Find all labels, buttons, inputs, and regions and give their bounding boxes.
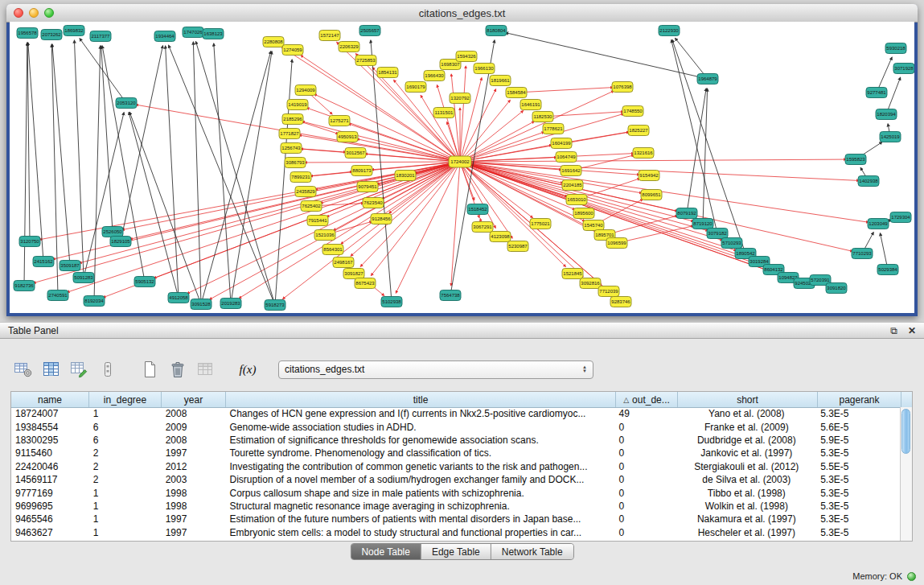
table-row[interactable]: 911546021997Tourette syndrome. Phenomeno… — [11, 447, 900, 459]
graph-edge[interactable] — [67, 162, 460, 292]
graph-node[interactable]: 1521036 — [314, 230, 335, 241]
graph-node[interactable]: 3509187 — [60, 261, 80, 271]
delete-table-icon[interactable] — [167, 360, 188, 379]
table-row[interactable]: 969969511998Structural magnetic resonanc… — [11, 500, 900, 513]
graph-node[interactable]: 2505657 — [359, 26, 380, 36]
graph-node[interactable]: 3012567 — [345, 148, 366, 159]
graph-edge[interactable] — [129, 112, 201, 304]
graph-node[interactable]: 5918273 — [265, 300, 285, 311]
graph-node[interactable]: 1854131 — [377, 68, 398, 78]
tab-node-table[interactable]: Node Table — [351, 544, 421, 559]
edit-columns-icon[interactable] — [69, 360, 90, 379]
graph-node[interactable]: 2740591 — [47, 290, 68, 301]
graph-node[interactable]: 2526050 — [102, 227, 123, 237]
table-row[interactable]: 977716911998Corpus callosum shape and si… — [11, 486, 900, 499]
table-row[interactable]: 946362711997Embryonic stem cells: a mode… — [11, 526, 900, 539]
graph-node[interactable]: 1653010 — [566, 195, 587, 205]
graph-edge[interactable] — [28, 43, 43, 262]
graph-node[interactable]: 1690179 — [405, 82, 426, 93]
graph-edge[interactable] — [195, 41, 275, 305]
graph-node[interactable]: 1321616 — [633, 148, 654, 159]
table-row[interactable]: 946554611997Estimation of the future num… — [11, 513, 900, 525]
create-table-icon[interactable] — [139, 360, 160, 379]
graph-edge[interactable] — [671, 40, 717, 233]
graph-edge[interactable] — [460, 159, 846, 162]
graph-node[interactable]: 1256743 — [281, 143, 302, 154]
graph-node[interactable]: 1096599 — [606, 238, 627, 249]
function-builder-icon[interactable]: f(x) — [237, 360, 258, 379]
graph-edge[interactable] — [460, 162, 869, 222]
graph-edge[interactable] — [52, 44, 70, 266]
network-canvas[interactable]: 1724002195657820732621869832211737719344… — [10, 22, 914, 313]
citation-network-graph[interactable]: 1724002195657820732621869832211737719344… — [10, 22, 914, 313]
graph-edge[interactable] — [460, 111, 524, 162]
table-row[interactable]: 1830029562008Estimation of significance … — [11, 434, 900, 447]
graph-node[interactable]: 1275271 — [329, 116, 350, 126]
table-selector-dropdown[interactable]: citations_edges.txt ▲▼ — [278, 360, 593, 379]
table-options-icon[interactable] — [13, 360, 34, 379]
graph-node[interactable]: 1895600 — [573, 208, 594, 219]
graph-node[interactable]: 1545740 — [583, 220, 604, 231]
graph-edge[interactable] — [460, 78, 482, 162]
graph-node[interactable]: 7915441 — [307, 216, 328, 226]
graph-edge[interactable] — [94, 46, 101, 301]
graph-node[interactable]: 5230987 — [507, 241, 528, 252]
graph-node[interactable]: 3067291 — [472, 222, 493, 233]
graph-node[interactable]: 1320792 — [450, 93, 470, 104]
graph-node[interactable]: 1956578 — [17, 28, 38, 39]
graph-node[interactable]: 1748550 — [622, 106, 643, 117]
graph-edge[interactable] — [214, 43, 231, 303]
graph-node[interactable]: 2019283 — [220, 299, 241, 309]
graph-edge[interactable] — [460, 66, 466, 162]
graph-edge[interactable] — [27, 43, 30, 241]
graph-node[interactable]: 1819661 — [490, 76, 511, 86]
graph-node[interactable]: 2498167 — [333, 257, 354, 268]
graph-node[interactable]: 9128456 — [371, 214, 392, 225]
graph-node[interactable]: 7623540 — [363, 198, 384, 208]
graph-edge[interactable] — [302, 122, 460, 162]
graph-node[interactable]: 2415162 — [33, 257, 54, 267]
graph-node[interactable]: 1131501 — [433, 108, 454, 118]
graph-node[interactable]: 1294009 — [295, 85, 316, 96]
graph-node[interactable]: 1771827 — [279, 129, 300, 139]
graph-node[interactable]: 1869832 — [64, 26, 84, 36]
graph-node[interactable]: 2117377 — [90, 31, 111, 42]
graph-node[interactable]: 9154942 — [639, 171, 659, 181]
graph-node[interactable]: 8719120 — [692, 219, 713, 229]
column-header-in-degree[interactable]: in_degree — [89, 392, 162, 407]
graph-node[interactable]: 1521845 — [562, 269, 583, 279]
graph-edge[interactable] — [166, 46, 179, 298]
close-panel-icon[interactable]: ✕ — [908, 326, 916, 336]
graph-edge[interactable] — [121, 46, 162, 241]
graph-node[interactable]: 4123098 — [490, 232, 511, 242]
graph-node[interactable]: 8675423 — [355, 278, 376, 289]
graph-edge[interactable] — [103, 162, 460, 298]
graph-node[interactable]: 2206329 — [339, 42, 359, 52]
column-header-name[interactable]: name — [11, 392, 89, 407]
graph-node[interactable]: 1775021 — [530, 219, 551, 229]
graph-node[interactable]: 7710293 — [852, 249, 873, 259]
graph-edge[interactable] — [74, 40, 84, 278]
graph-node[interactable]: 3071928 — [893, 64, 914, 74]
graph-node[interactable]: 7899231 — [290, 172, 311, 183]
graph-edge[interactable] — [201, 51, 271, 304]
graph-edge[interactable] — [460, 162, 642, 193]
graph-node[interactable]: 1964879 — [697, 74, 718, 84]
graph-node[interactable]: 5905132 — [134, 277, 155, 287]
graph-node[interactable]: 1747026 — [183, 27, 203, 38]
graph-node[interactable]: 8099651 — [641, 190, 662, 200]
graph-edge[interactable] — [101, 46, 113, 232]
graph-node[interactable]: 1729304 — [890, 212, 911, 223]
graph-node[interactable]: 5102938 — [381, 297, 402, 307]
graph-node[interactable]: 1182530 — [532, 112, 553, 122]
graph-edge[interactable] — [460, 162, 750, 258]
graph-node[interactable]: 9277481 — [866, 88, 887, 98]
graph-node[interactable]: 1966430 — [424, 71, 445, 81]
graph-node[interactable]: 2280808 — [263, 37, 284, 47]
graph-node[interactable]: 4912058 — [168, 293, 189, 303]
column-header-year[interactable]: year — [162, 392, 226, 407]
column-header-pagerank[interactable]: pagerank — [818, 392, 901, 407]
graph-node[interactable]: 1425019 — [880, 132, 901, 142]
table-row[interactable]: 2242004622012Investigating the contribut… — [11, 460, 900, 473]
graph-node[interactable]: 1419019 — [287, 100, 308, 110]
